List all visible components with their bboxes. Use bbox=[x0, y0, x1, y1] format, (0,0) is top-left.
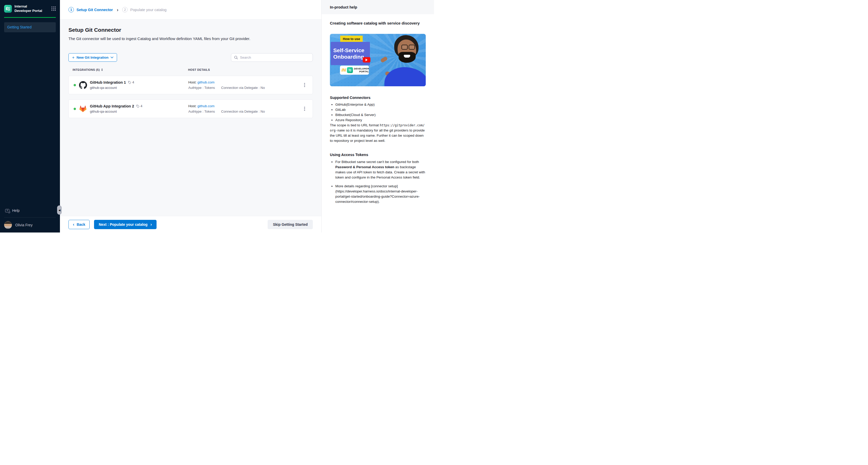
tag-icon bbox=[128, 81, 131, 84]
skip-getting-started-button[interactable]: Skip Getting Started bbox=[268, 220, 313, 229]
scope-text-pre: The scope is tied to URL format bbox=[330, 123, 380, 127]
toolbar: + New Git Integration bbox=[68, 53, 313, 62]
row-meta: GitHub App Integration 2 4 github-qa-acc… bbox=[90, 104, 142, 114]
step-1-number: 1 bbox=[68, 7, 74, 12]
idp-logo-small-icon bbox=[347, 67, 353, 73]
integration-name: GitHub App Integration 2 bbox=[90, 104, 134, 108]
avatar bbox=[4, 221, 12, 229]
delegate-value: Connection via Delegate : No bbox=[221, 86, 265, 90]
authtype-value: Authtype : Tokens bbox=[188, 86, 215, 90]
step-1-label: Setup Git Connector bbox=[76, 8, 113, 12]
search-input[interactable] bbox=[240, 56, 310, 59]
column-integrations: INTEGRATIONS (5) bbox=[72, 68, 100, 71]
back-button[interactable]: ‹ Back bbox=[68, 220, 90, 229]
search-icon bbox=[234, 56, 238, 59]
using-access-tokens-heading: Using Access Tokens bbox=[330, 153, 426, 157]
tag-badge: 4 bbox=[136, 104, 142, 108]
next-label: Next : Populate your catalog bbox=[99, 222, 148, 226]
sidebar-top: Internal Developer Portal Getting Starte… bbox=[0, 0, 60, 32]
row-identity: GitHub Integration 1 4 github-qa-account bbox=[69, 80, 188, 90]
access-tokens-list: For Bitbucket same secret can't be confi… bbox=[330, 159, 426, 204]
list-item: Bitbucket(Cloud & Server) bbox=[335, 113, 426, 118]
sidebar: Internal Developer Portal Getting Starte… bbox=[0, 0, 60, 232]
video-badge: How to use bbox=[340, 36, 363, 42]
next-populate-catalog-button[interactable]: Next : Populate your catalog › bbox=[94, 220, 157, 229]
step-2-number: 2 bbox=[122, 7, 128, 12]
help-label: Help bbox=[12, 209, 20, 213]
token-text-pre: For Bitbucket same secret can't be confi… bbox=[335, 160, 419, 164]
presenter-smile bbox=[404, 55, 410, 58]
new-git-integration-label: New Git Integration bbox=[76, 56, 108, 59]
tag-count: 4 bbox=[141, 104, 142, 108]
host-label: Host: bbox=[188, 104, 196, 108]
video-in-word: IN bbox=[342, 68, 346, 73]
row-kebab-menu-icon[interactable] bbox=[297, 105, 313, 113]
status-dot bbox=[74, 84, 76, 86]
step-2-populate-your-catalog[interactable]: 2 Populate your catalog bbox=[122, 7, 166, 12]
apps-grid-icon[interactable] bbox=[52, 6, 56, 11]
status-dot bbox=[74, 108, 76, 110]
authtype-value: Authtype : Tokens bbox=[188, 110, 215, 114]
presenter-illustration bbox=[378, 34, 426, 86]
github-icon bbox=[79, 81, 87, 89]
video-brand-line2: PORTAL bbox=[359, 70, 369, 73]
tag-icon bbox=[136, 104, 140, 108]
youtube-play-icon[interactable] bbox=[363, 57, 370, 63]
row-kebab-menu-icon[interactable] bbox=[297, 82, 313, 89]
chevron-down-icon bbox=[111, 57, 114, 58]
table-row-github-app-integration-2[interactable]: GitHub App Integration 2 4 github-qa-acc… bbox=[68, 99, 313, 118]
product-name: Internal Developer Portal bbox=[14, 4, 49, 13]
host-label: Host: bbox=[188, 80, 196, 84]
sidebar-item-getting-started[interactable]: Getting Started bbox=[4, 22, 56, 32]
step-2-label: Populate your catalog bbox=[130, 8, 166, 12]
plus-icon: + bbox=[72, 56, 74, 60]
row-identity: GitHub App Integration 2 4 github-qa-acc… bbox=[69, 104, 188, 114]
user-name: Olivia Frey bbox=[15, 223, 33, 227]
video-title-line1: Self-Service bbox=[333, 47, 370, 54]
supported-connectors-list: GitHub(Enterprise & App) GitLab Bitbucke… bbox=[330, 102, 426, 123]
integration-account: github-qa-account bbox=[90, 110, 142, 114]
tag-count: 4 bbox=[132, 81, 134, 84]
skip-label: Skip Getting Started bbox=[273, 222, 308, 226]
user-menu[interactable]: Olivia Frey bbox=[4, 221, 56, 229]
accent-underline bbox=[4, 17, 56, 18]
sidebar-divider bbox=[4, 217, 56, 218]
integration-account: github-qa-account bbox=[90, 86, 134, 90]
list-item: GitLab bbox=[335, 107, 426, 113]
host-link[interactable]: github.com bbox=[197, 80, 214, 84]
table-row-github-integration-1[interactable]: GitHub Integration 1 4 github-qa-account… bbox=[68, 76, 313, 94]
main-content: Setup Git Connector The Git connector wi… bbox=[60, 20, 321, 216]
page-title: Setup Git Connector bbox=[68, 27, 313, 33]
scope-paragraph: The scope is tied to URL format https://… bbox=[330, 123, 426, 144]
sort-icon[interactable] bbox=[101, 68, 103, 71]
product-logo-row: Internal Developer Portal bbox=[4, 4, 56, 13]
sidebar-item-label: Getting Started bbox=[7, 25, 32, 29]
page-subtitle: The Git connector will be used to ingest… bbox=[68, 36, 313, 41]
list-item: For Bitbucket same secret can't be confi… bbox=[335, 159, 426, 180]
search-box bbox=[231, 53, 313, 62]
collapse-icon: ◀ bbox=[58, 209, 60, 212]
step-1-setup-git-connector[interactable]: 1 Setup Git Connector bbox=[68, 7, 113, 12]
wizard-stepper-bar: 1 Setup Git Connector › 2 Populate your … bbox=[60, 0, 321, 20]
help-article-title: Creating software catalog with service d… bbox=[330, 21, 426, 25]
host-link[interactable]: github.com bbox=[197, 104, 214, 108]
video-thumbnail[interactable]: How to use Self-Service Onboarding IN bbox=[330, 34, 426, 86]
integration-name: GitHub Integration 1 bbox=[90, 80, 126, 85]
wizard-footer: ‹ Back Next : Populate your catalog › Sk… bbox=[60, 216, 321, 232]
presenter-shirt bbox=[384, 67, 426, 86]
main-area: 1 Setup Git Connector › 2 Populate your … bbox=[60, 0, 321, 232]
table-header: INTEGRATIONS (5) HOST DETAILS bbox=[68, 68, 313, 71]
help-panel-body: Creating software catalog with service d… bbox=[322, 14, 434, 208]
pointing-hand bbox=[380, 56, 388, 63]
column-host-details: HOST DETAILS bbox=[188, 68, 210, 71]
new-git-integration-button[interactable]: + New Git Integration bbox=[68, 53, 117, 62]
sidebar-collapse-handle[interactable]: ◀ bbox=[57, 206, 62, 215]
back-label: Back bbox=[77, 222, 85, 226]
help-button[interactable]: ? Help bbox=[4, 207, 56, 214]
product-name-line2: Developer Portal bbox=[14, 9, 49, 13]
supported-connectors-heading: Supported Connectors bbox=[330, 96, 426, 100]
help-chat-icon: ? bbox=[5, 209, 9, 212]
video-brand-pill: IN DEVELOPER PORTAL bbox=[340, 66, 369, 75]
tag-badge: 4 bbox=[128, 81, 134, 84]
gitlab-icon bbox=[79, 104, 87, 113]
